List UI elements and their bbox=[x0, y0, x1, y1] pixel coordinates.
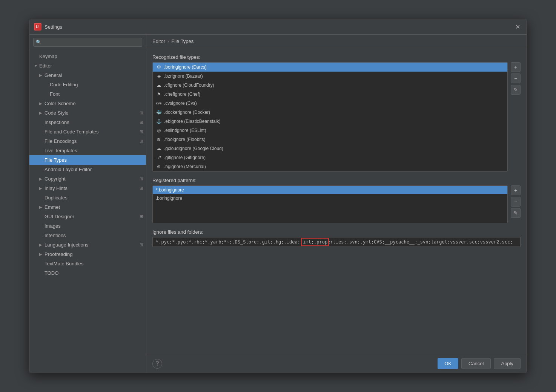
sidebar-item-label: Inspections bbox=[45, 119, 140, 125]
file-type-icon: 🐳 bbox=[156, 109, 162, 115]
sidebar-item-keymap[interactable]: Keymap bbox=[29, 52, 146, 61]
breadcrumb: Editor › File Types bbox=[146, 35, 527, 48]
arrow-color-scheme bbox=[39, 101, 45, 106]
pattern-label: .boringignore bbox=[156, 196, 182, 201]
arrow-general bbox=[39, 73, 45, 77]
sidebar-item-duplicates[interactable]: Duplicates bbox=[29, 193, 146, 202]
content-area: Recognized file types: ⚙ .boringignore (… bbox=[146, 48, 527, 354]
file-type-item-ebignore[interactable]: ⚓ .ebignore (ElasticBeanstalk) bbox=[153, 117, 507, 126]
ignore-files-input[interactable] bbox=[152, 237, 521, 247]
sidebar-item-language-injections[interactable]: Language Injections ⊞ bbox=[29, 240, 146, 250]
sidebar-item-label: Code Style bbox=[45, 110, 140, 116]
sidebar-item-file-code-templates[interactable]: File and Code Templates ⊞ bbox=[29, 127, 146, 136]
file-type-label: .eslintignore (ESLint) bbox=[164, 128, 206, 133]
file-types-list[interactable]: ⚙ .boringignore (Darcs) ◈ .bzrignore (Ba… bbox=[152, 62, 508, 172]
file-type-item-dockerignore[interactable]: 🐳 .dockerignore (Docker) bbox=[153, 108, 507, 117]
sidebar-item-label: Code Editing bbox=[50, 82, 143, 87]
sidebar-item-images[interactable]: Images bbox=[29, 221, 146, 231]
file-types-buttons: + − ✎ bbox=[511, 62, 521, 172]
file-type-label: .flooignore (Floobits) bbox=[164, 137, 205, 142]
dialog-footer: ? OK Cancel Apply bbox=[146, 354, 527, 373]
file-type-label: .cfignore (CloudFoundry) bbox=[164, 83, 214, 88]
file-type-item-gcloudignore[interactable]: ☁ .gcloudignore (Google Cloud) bbox=[153, 144, 507, 153]
search-input[interactable] bbox=[33, 38, 142, 47]
file-type-icon: ⚑ bbox=[156, 91, 162, 97]
dialog-body: 🔍 Keymap Editor General bbox=[29, 35, 527, 373]
sidebar-item-general[interactable]: General bbox=[29, 70, 146, 80]
sidebar-item-label: TODO bbox=[45, 270, 143, 276]
sidebar-item-copyright[interactable]: Copyright ⊞ bbox=[29, 174, 146, 184]
sidebar-item-font[interactable]: Font bbox=[29, 89, 146, 99]
sidebar-item-file-encodings[interactable]: File Encodings ⊞ bbox=[29, 136, 146, 146]
badge-code-style: ⊞ bbox=[140, 110, 143, 115]
breadcrumb-parent: Editor bbox=[152, 38, 165, 44]
file-type-item-cvsignore[interactable]: cvs .cvsignore (Cvs) bbox=[153, 99, 507, 108]
file-type-item-boringignore-darcs[interactable]: ⚙ .boringignore (Darcs) bbox=[153, 63, 507, 72]
file-type-edit-button[interactable]: ✎ bbox=[511, 85, 521, 95]
sidebar-item-label: Live Templates bbox=[45, 148, 143, 153]
file-type-item-flooignore[interactable]: ≋ .flooignore (Floobits) bbox=[153, 135, 507, 144]
file-type-item-bzrignore[interactable]: ◈ .bzrignore (Bazaar) bbox=[153, 72, 507, 81]
file-type-icon: cvs bbox=[156, 100, 162, 106]
sidebar-item-label: Editor bbox=[39, 63, 143, 69]
sidebar-item-label: Duplicates bbox=[45, 195, 143, 201]
sidebar-item-todo[interactable]: TODO bbox=[29, 268, 146, 278]
file-type-icon: ☁ bbox=[156, 82, 162, 88]
sidebar-item-label: Copyright bbox=[45, 176, 140, 182]
arrow-inlay-hints bbox=[39, 186, 45, 190]
file-type-item-hgignore[interactable]: ⊕ .hgignore (Mercurial) bbox=[153, 162, 507, 171]
search-icon: 🔍 bbox=[36, 40, 41, 45]
file-type-item-eslintignore[interactable]: ◎ .eslintignore (ESLint) bbox=[153, 126, 507, 135]
badge-file-code-templates: ⊞ bbox=[140, 129, 143, 134]
sidebar-item-proofreading[interactable]: Proofreading bbox=[29, 250, 146, 259]
pattern-remove-button[interactable]: − bbox=[511, 197, 521, 207]
file-type-icon: ☁ bbox=[156, 145, 162, 152]
sidebar-item-color-scheme[interactable]: Color Scheme bbox=[29, 99, 146, 108]
file-type-remove-button[interactable]: − bbox=[511, 74, 521, 83]
close-button[interactable]: ✕ bbox=[513, 22, 522, 31]
sidebar-item-android-layout-editor[interactable]: Android Layout Editor bbox=[29, 165, 146, 174]
file-type-add-button[interactable]: + bbox=[511, 62, 521, 72]
pattern-item-boringignore[interactable]: .boringignore bbox=[153, 194, 507, 202]
arrow-emmet bbox=[39, 205, 45, 209]
main-content: Editor › File Types Recognized file type… bbox=[146, 35, 527, 373]
arrow-copyright bbox=[39, 177, 45, 181]
badge-copyright: ⊞ bbox=[140, 176, 143, 181]
file-type-label: .chefignore (Chef) bbox=[164, 92, 200, 97]
ok-button[interactable]: OK bbox=[438, 358, 458, 369]
patterns-list[interactable]: *.boringignore .boringignore bbox=[152, 185, 508, 223]
badge-inspections: ⊞ bbox=[140, 120, 143, 125]
sidebar-item-editor[interactable]: Editor bbox=[29, 61, 146, 70]
file-type-item-cfignore[interactable]: ☁ .cfignore (CloudFoundry) bbox=[153, 81, 507, 90]
app-icon: U bbox=[34, 23, 41, 31]
sidebar-item-inspections[interactable]: Inspections ⊞ bbox=[29, 118, 146, 127]
file-type-item-gitignore[interactable]: ⎇ .gitignore (GitIgnore) bbox=[153, 153, 507, 162]
pattern-item-star-boringignore[interactable]: *.boringignore bbox=[153, 186, 507, 194]
sidebar-item-label: TextMate Bundles bbox=[45, 261, 143, 266]
apply-button[interactable]: Apply bbox=[494, 358, 521, 369]
badge-file-encodings: ⊞ bbox=[140, 139, 143, 144]
file-type-label: .bzrignore (Bazaar) bbox=[164, 74, 203, 79]
sidebar: 🔍 Keymap Editor General bbox=[29, 35, 146, 373]
sidebar-item-inlay-hints[interactable]: Inlay Hints ⊞ bbox=[29, 184, 146, 193]
sidebar-item-gui-designer[interactable]: GUI Designer ⊞ bbox=[29, 212, 146, 221]
pattern-edit-button[interactable]: ✎ bbox=[511, 208, 521, 218]
sidebar-item-code-style[interactable]: Code Style ⊞ bbox=[29, 108, 146, 118]
sidebar-item-textmate-bundles[interactable]: TextMate Bundles bbox=[29, 259, 146, 268]
sidebar-item-code-editing[interactable]: Code Editing bbox=[29, 80, 146, 89]
file-type-item-chefignore[interactable]: ⚑ .chefignore (Chef) bbox=[153, 90, 507, 99]
file-types-section: Recognized file types: ⚙ .boringignore (… bbox=[152, 54, 521, 172]
cancel-button[interactable]: Cancel bbox=[461, 358, 491, 369]
sidebar-tree: Keymap Editor General Code Editing bbox=[29, 50, 146, 373]
sidebar-item-live-templates[interactable]: Live Templates bbox=[29, 146, 146, 155]
pattern-add-button[interactable]: + bbox=[511, 185, 521, 195]
sidebar-item-emmet[interactable]: Emmet bbox=[29, 202, 146, 212]
sidebar-item-intentions[interactable]: Intentions bbox=[29, 231, 146, 240]
file-type-label: .ebignore (ElasticBeanstalk) bbox=[164, 119, 220, 124]
patterns-buttons: + − ✎ bbox=[511, 185, 521, 223]
help-button[interactable]: ? bbox=[152, 359, 162, 369]
ignore-files-label: Ignore files and folders: bbox=[152, 229, 521, 235]
sidebar-item-file-types[interactable]: File Types bbox=[29, 155, 146, 165]
file-type-label: .hgignore (Mercurial) bbox=[164, 164, 206, 169]
file-type-icon: ⊕ bbox=[156, 164, 162, 170]
